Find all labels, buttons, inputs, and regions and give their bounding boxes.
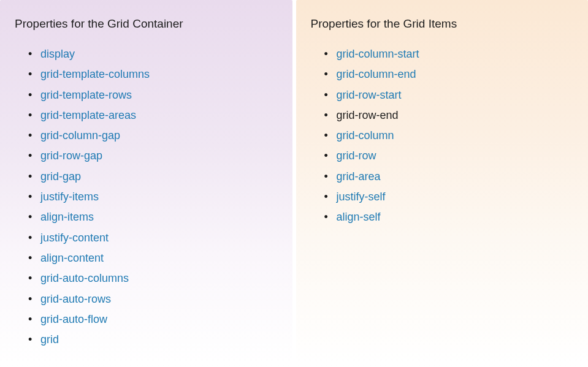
list-item: grid-auto-flow	[40, 309, 278, 330]
list-item: align-content	[40, 248, 278, 268]
list-item: align-self	[337, 207, 574, 227]
property-text: grid-row-end	[337, 109, 399, 121]
property-link[interactable]: grid-area	[337, 170, 381, 183]
list-item: grid-row-gap	[40, 146, 278, 166]
grid-container-panel: Properties for the Grid Container displa…	[0, 0, 292, 367]
list-item: grid-row-start	[337, 85, 574, 105]
list-item: grid	[40, 330, 278, 350]
property-link[interactable]: grid	[40, 333, 59, 346]
list-item: grid-column	[337, 126, 574, 146]
list-item: grid-column-end	[337, 64, 574, 85]
list-item: grid-area	[337, 167, 574, 187]
list-item: grid-template-columns	[40, 64, 278, 85]
list-item: justify-self	[337, 187, 574, 207]
property-link[interactable]: grid-auto-columns	[40, 272, 129, 284]
property-link[interactable]: grid-template-areas	[40, 109, 136, 121]
grid-items-panel: Properties for the Grid Items grid-colum…	[296, 0, 589, 367]
property-link[interactable]: justify-items	[40, 191, 99, 203]
property-link[interactable]: grid-column-gap	[40, 129, 120, 142]
property-link[interactable]: grid-column	[337, 129, 394, 142]
list-item: justify-items	[40, 187, 278, 207]
property-link[interactable]: grid-column-end	[337, 68, 416, 80]
property-link[interactable]: display	[40, 48, 75, 60]
property-link[interactable]: justify-self	[337, 191, 386, 203]
list-item: grid-auto-columns	[40, 268, 278, 289]
list-item: grid-template-areas	[40, 105, 278, 126]
grid-items-heading: Properties for the Grid Items	[311, 17, 574, 31]
property-link[interactable]: align-content	[40, 252, 104, 264]
property-link[interactable]: grid-gap	[40, 170, 81, 183]
grid-container-heading: Properties for the Grid Container	[15, 17, 278, 31]
property-link[interactable]: align-self	[337, 211, 381, 223]
list-item: grid-column-gap	[40, 126, 278, 146]
property-link[interactable]: grid-auto-flow	[40, 313, 107, 325]
list-item: grid-auto-rows	[40, 289, 278, 309]
property-link[interactable]: grid-row-start	[337, 89, 402, 101]
list-item: grid-gap	[40, 167, 278, 187]
grid-items-property-list: grid-column-startgrid-column-endgrid-row…	[311, 44, 574, 228]
property-link[interactable]: grid-template-columns	[40, 68, 150, 80]
property-link[interactable]: grid-template-rows	[40, 89, 132, 101]
property-link[interactable]: grid-row	[337, 149, 376, 162]
property-link[interactable]: grid-auto-rows	[40, 293, 111, 305]
list-item: grid-row	[337, 146, 574, 166]
property-link[interactable]: grid-column-start	[337, 48, 419, 60]
list-item: grid-column-start	[337, 44, 574, 64]
property-link[interactable]: align-items	[40, 211, 94, 223]
property-link[interactable]: justify-content	[40, 232, 109, 244]
list-item: justify-content	[40, 228, 278, 248]
list-item: align-items	[40, 207, 278, 227]
list-item: grid-row-end	[337, 105, 574, 126]
list-item: grid-template-rows	[40, 85, 278, 105]
grid-container-property-list: displaygrid-template-columnsgrid-templat…	[15, 44, 278, 350]
property-link[interactable]: grid-row-gap	[40, 149, 102, 162]
list-item: display	[40, 44, 278, 64]
